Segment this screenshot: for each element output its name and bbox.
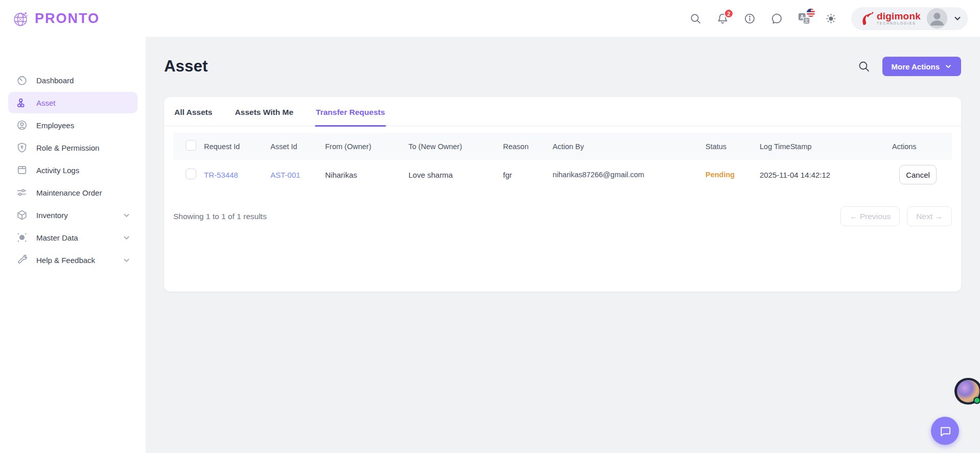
sidebar-item-role-permission[interactable]: Role & Permission: [8, 137, 138, 158]
brightness-icon[interactable]: [825, 12, 837, 25]
tab-all-assets[interactable]: All Assets: [173, 108, 213, 126]
company-name: digimonk: [877, 11, 921, 21]
more-actions-label: More Actions: [892, 62, 940, 71]
cube-icon: [16, 209, 28, 221]
translate-icon[interactable]: A 文: [798, 12, 810, 25]
log-timestamp-cell: 2025-11-04 14:42:12: [760, 171, 892, 179]
col-log-timestamp: Log TimeStamp: [760, 142, 892, 151]
share-nodes-icon: [16, 97, 28, 108]
svg-text:文: 文: [804, 18, 809, 23]
tab-assets-with-me[interactable]: Assets With Me: [234, 108, 294, 126]
chevron-down-icon: [123, 256, 130, 264]
tab-bar: All Assets Assets With Me Transfer Reque…: [164, 97, 961, 126]
search-icon[interactable]: [690, 12, 702, 25]
next-button[interactable]: Next →: [907, 206, 952, 226]
col-action-by: Action By: [553, 142, 705, 151]
assistant-avatar[interactable]: [954, 378, 980, 404]
sliders-icon: [16, 187, 28, 198]
digimonk-logo: digimonk TECHNOLOGIES: [859, 10, 921, 27]
previous-button[interactable]: ← Previous: [840, 206, 900, 226]
reason-cell: fgr: [503, 171, 553, 179]
sidebar-label: Maintenance Order: [36, 188, 102, 197]
target-icon: [16, 232, 28, 243]
chevron-down-icon: [945, 63, 952, 70]
table-search-icon[interactable]: [858, 60, 870, 73]
sidebar-item-inventory[interactable]: Inventory: [8, 204, 138, 226]
user-avatar[interactable]: [927, 8, 947, 29]
account-menu[interactable]: digimonk TECHNOLOGIES: [851, 7, 968, 30]
sidebar-item-maintenance-order[interactable]: Maintenance Order: [8, 182, 138, 203]
shield-icon: [16, 142, 28, 153]
sidebar-label: Master Data: [36, 233, 78, 242]
col-asset-id: Asset Id: [270, 142, 325, 151]
action-by-cell: niharikas87266@gmail.com: [553, 171, 705, 179]
company-subtitle: TECHNOLOGIES: [877, 22, 921, 26]
sidebar-label: Inventory: [36, 211, 68, 220]
chat-fab-button[interactable]: [931, 417, 959, 445]
results-summary: Showing 1 to 1 of 1 results: [173, 212, 267, 221]
col-actions: Actions: [892, 142, 952, 151]
tab-transfer-requests[interactable]: Transfer Requests: [315, 108, 386, 126]
support-chat-icon[interactable]: [771, 12, 783, 25]
chevron-down-icon: [953, 14, 962, 22]
gauge-icon: [16, 75, 28, 86]
sidebar-label: Employees: [36, 121, 74, 130]
top-header: PRONTO 2 A: [0, 0, 980, 37]
sidebar-label: Help & Feedback: [36, 256, 95, 265]
sidebar-label: Asset: [36, 99, 56, 107]
cancel-button[interactable]: Cancel: [899, 165, 937, 184]
more-actions-button[interactable]: More Actions: [882, 57, 961, 76]
chevron-down-icon: [123, 211, 130, 219]
sidebar-label: Role & Permission: [36, 144, 99, 152]
wrench-icon: [16, 254, 28, 266]
sidebar-nav: Dashboard Asset Employees Role & Permiss…: [0, 37, 146, 453]
col-to-new-owner: To (New Owner): [408, 142, 503, 151]
row-checkbox[interactable]: [186, 169, 196, 179]
us-flag: [806, 8, 816, 18]
sidebar-item-help-feedback[interactable]: Help & Feedback: [8, 249, 138, 271]
request-id-link[interactable]: TR-53448: [204, 171, 270, 179]
table-header-row: Request Id Asset Id From (Owner) To (New…: [173, 133, 952, 160]
user-circle-icon: [16, 120, 28, 131]
sidebar-item-employees[interactable]: Employees: [8, 114, 138, 136]
sidebar-item-master-data[interactable]: Master Data: [8, 227, 138, 248]
sidebar-item-asset[interactable]: Asset: [8, 92, 138, 113]
sidebar-item-dashboard[interactable]: Dashboard: [8, 69, 138, 91]
col-from-owner: From (Owner): [325, 142, 408, 151]
pagination-bar: Showing 1 to 1 of 1 results ← Previous N…: [164, 206, 961, 226]
col-status: Status: [705, 142, 760, 151]
online-status-dot: [973, 397, 980, 404]
globe-logo-icon: [11, 8, 32, 29]
sidebar-item-activity-logs[interactable]: Activity Logs: [8, 159, 138, 181]
info-icon[interactable]: [744, 12, 756, 25]
from-owner-cell: Niharikas: [325, 171, 408, 179]
main-content: Asset More Actions All Assets Assets Wit…: [146, 37, 980, 453]
chevron-down-icon: [123, 234, 130, 242]
status-badge: Pending: [705, 171, 760, 179]
sidebar-label: Activity Logs: [36, 166, 79, 175]
to-new-owner-cell: Love sharma: [408, 171, 503, 179]
app-logo[interactable]: PRONTO: [11, 8, 100, 29]
chat-bubble-icon: [939, 424, 952, 438]
select-all-checkbox[interactable]: [186, 140, 196, 151]
asset-id-link[interactable]: AST-001: [270, 171, 325, 179]
notification-badge: 2: [724, 9, 734, 18]
window-icon: [16, 164, 28, 176]
col-request-id: Request Id: [204, 142, 270, 151]
table-row: TR-53448 AST-001 Niharikas Love sharma f…: [173, 160, 952, 189]
brand-name: PRONTO: [35, 11, 100, 27]
bell-icon[interactable]: 2: [717, 12, 729, 25]
page-title: Asset: [164, 57, 208, 76]
sidebar-label: Dashboard: [36, 76, 74, 85]
col-reason: Reason: [503, 142, 553, 151]
asset-panel: All Assets Assets With Me Transfer Reque…: [164, 97, 961, 292]
